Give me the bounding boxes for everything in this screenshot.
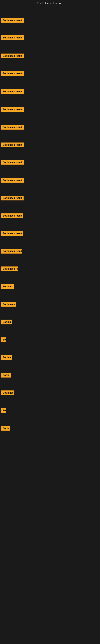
bottleneck-result-badge: Bottleneck result: [1, 160, 24, 164]
bottleneck-result-row-4[interactable]: Bottleneck result: [1, 71, 24, 77]
bottleneck-result-badge: Bottleneck result: [1, 71, 24, 76]
bottleneck-result-badge: Bottleneck result: [1, 231, 23, 236]
bottleneck-result-row-24[interactable]: Bottle: [1, 426, 10, 432]
bottleneck-result-badge: Bottleneck result: [1, 89, 24, 94]
bottleneck-result-row-7[interactable]: Bottleneck result: [1, 125, 24, 130]
bottleneck-result-badge: Bottlen: [1, 355, 12, 360]
bottleneck-result-badge: Bottlenec: [1, 390, 14, 395]
bottleneck-result-badge: Bottleneck result: [1, 249, 22, 254]
bottleneck-result-row-2[interactable]: Bottleneck result: [1, 35, 24, 41]
bottleneck-result-row-3[interactable]: Bottleneck result: [1, 54, 24, 59]
bottleneck-result-row-11[interactable]: Bottleneck result: [1, 196, 24, 201]
bottleneck-result-row-15[interactable]: Bottleneck re: [1, 266, 18, 272]
bottleneck-result-badge: Bottleneck result: [1, 196, 24, 200]
bottleneck-result-badge: Bo: [1, 337, 6, 342]
bottleneck-result-row-23[interactable]: Bo: [1, 408, 6, 414]
bottleneck-result-row-16[interactable]: Bottlene: [1, 284, 14, 290]
bottleneck-result-row-18[interactable]: Bottlen: [1, 320, 12, 325]
bottleneck-result-badge: Bottleneck result: [1, 18, 24, 23]
bottleneck-result-row-5[interactable]: Bottleneck result: [1, 89, 24, 95]
bottleneck-result-badge: Bottleneck result: [1, 178, 24, 183]
bottleneck-result-badge: Bottleneck result: [1, 54, 24, 58]
bottleneck-result-row-19[interactable]: Bo: [1, 337, 6, 343]
bottleneck-result-badge: Bottleneck result: [1, 142, 24, 147]
bottleneck-result-badge: Bottle: [1, 426, 10, 431]
bottleneck-result-badge: Bottlene: [1, 284, 14, 289]
bottleneck-result-badge: Bottleneck re: [1, 266, 18, 271]
bottleneck-result-row-21[interactable]: Bottle: [1, 373, 11, 378]
bottleneck-result-badge: Bo: [1, 408, 6, 413]
bottleneck-result-badge: Bottleneck result: [1, 35, 24, 40]
bottleneck-result-row-9[interactable]: Bottleneck result: [1, 160, 24, 166]
bottleneck-result-row-22[interactable]: Bottlenec: [1, 390, 14, 396]
bottleneck-result-badge: Bottleneck result: [1, 125, 24, 130]
site-title: TheBottlenecker.com: [0, 0, 100, 6]
bottleneck-result-row-1[interactable]: Bottleneck result: [1, 18, 24, 24]
bottleneck-result-row-17[interactable]: Bottleneck r: [1, 302, 16, 308]
bottleneck-result-row-10[interactable]: Bottleneck result: [1, 178, 24, 184]
bottleneck-result-row-20[interactable]: Bottlen: [1, 355, 12, 361]
bottleneck-result-row-8[interactable]: Bottleneck result: [1, 142, 24, 148]
bottleneck-result-badge: Bottlen: [1, 320, 12, 324]
bottleneck-result-row-6[interactable]: Bottleneck result: [1, 107, 24, 113]
bottleneck-result-badge: Bottleneck result: [1, 107, 24, 112]
bottleneck-result-badge: Bottleneck result: [1, 213, 23, 218]
bottleneck-result-badge: Bottleneck r: [1, 302, 16, 307]
bottleneck-result-row-13[interactable]: Bottleneck result: [1, 231, 23, 237]
bottleneck-result-row-12[interactable]: Bottleneck result: [1, 213, 23, 219]
bottleneck-result-row-14[interactable]: Bottleneck result: [1, 249, 22, 254]
bottleneck-result-badge: Bottle: [1, 373, 11, 378]
